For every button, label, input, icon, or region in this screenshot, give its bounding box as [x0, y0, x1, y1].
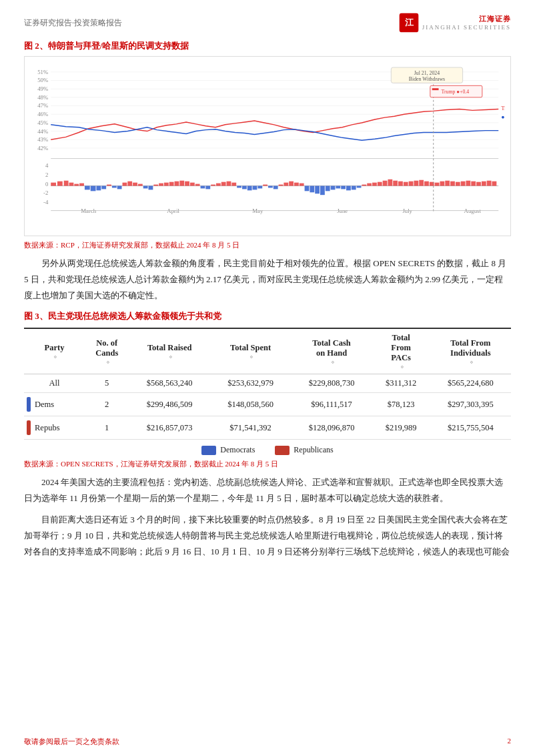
table-cell-cash: $128,096,870 — [291, 416, 372, 440]
svg-text:March: March — [81, 208, 96, 214]
table-cell-individuals: $297,303,395 — [430, 393, 511, 416]
svg-rect-66 — [242, 186, 247, 190]
svg-rect-51 — [164, 183, 169, 186]
svg-rect-41 — [112, 186, 117, 188]
svg-rect-31 — [57, 181, 63, 186]
legend-repubs-box — [275, 446, 290, 455]
svg-rect-107 — [456, 182, 460, 186]
svg-rect-105 — [445, 181, 450, 186]
table-row: All5$568,563,240$253,632,979$229,808,730… — [24, 374, 511, 393]
svg-rect-95 — [393, 181, 398, 186]
svg-rect-78 — [305, 186, 310, 192]
svg-text:47%: 47% — [37, 102, 48, 109]
svg-rect-61 — [216, 183, 221, 186]
table-cell-cash: $96,111,517 — [291, 393, 372, 416]
svg-text:2: 2 — [45, 171, 48, 178]
sort-icon[interactable]: ⬦ — [249, 353, 253, 360]
table-cell-raised: $216,857,073 — [129, 416, 209, 440]
report-subtitle: 证券研究报告·投资策略报告 — [24, 17, 122, 29]
svg-text:49%: 49% — [37, 85, 48, 92]
svg-rect-60 — [211, 185, 215, 186]
sort-icon[interactable]: ⬦ — [106, 358, 109, 365]
table-row: Dems2$299,486,509$148,058,560$96,111,517… — [24, 393, 511, 416]
svg-text:-4: -4 — [43, 199, 49, 206]
svg-rect-85 — [341, 186, 346, 190]
svg-rect-32 — [64, 181, 69, 186]
svg-text:50%: 50% — [37, 77, 48, 83]
legend-repubs: Republicans — [275, 445, 333, 455]
svg-rect-101 — [424, 181, 429, 186]
svg-text:43%: 43% — [37, 136, 48, 143]
legend-repubs-label: Republicans — [294, 445, 333, 455]
svg-rect-67 — [247, 186, 252, 191]
svg-rect-36 — [85, 186, 90, 190]
table-cell-cands: 1 — [85, 416, 129, 440]
svg-text:51%: 51% — [37, 69, 48, 75]
svg-rect-91 — [372, 183, 377, 186]
table-cell-raised: $568,563,240 — [129, 374, 209, 393]
table-title: 图 3、民主党现任总统候选人筹款金额领先于共和党 — [24, 310, 511, 322]
svg-rect-58 — [201, 186, 205, 189]
svg-rect-113 — [487, 181, 492, 186]
sort-icon[interactable]: ⬦ — [400, 363, 404, 370]
sort-icon[interactable]: ⬦ — [470, 358, 473, 365]
sort-icon[interactable]: ⬦ — [53, 353, 57, 360]
svg-rect-77 — [300, 183, 304, 186]
company-logo-icon: 江 — [398, 12, 420, 33]
source1: 数据来源：RCP，江海证券研究发展部，数据截止 2024 年 8 月 5 日 — [24, 240, 511, 250]
svg-rect-98 — [409, 181, 414, 186]
svg-text:42%: 42% — [37, 145, 48, 151]
svg-rect-57 — [195, 184, 200, 186]
svg-rect-44 — [127, 181, 132, 186]
svg-rect-84 — [336, 186, 340, 189]
col-spent: Total Spent ⬦ — [210, 328, 291, 374]
col-raised: Total Raised ⬦ — [129, 328, 209, 374]
paragraph3: 目前距离大选日还有近 3 个月的时间，接下来比较重要的时点仍然较多。8 月 19… — [24, 512, 511, 560]
svg-rect-76 — [294, 183, 299, 186]
svg-rect-111 — [476, 182, 481, 186]
table-cell-cands: 2 — [85, 393, 129, 416]
table-cell-party: Repubs — [24, 416, 85, 440]
col-cash: Total Cashon Hand ⬦ — [291, 328, 372, 374]
svg-rect-30 — [51, 183, 56, 186]
svg-rect-37 — [91, 186, 96, 192]
table-legend: Democrats Republicans — [24, 445, 511, 455]
svg-text:August: August — [464, 208, 482, 214]
svg-rect-64 — [231, 183, 236, 186]
svg-rect-34 — [74, 184, 79, 186]
svg-rect-83 — [331, 186, 336, 190]
svg-text:June: June — [337, 208, 348, 214]
svg-rect-96 — [398, 181, 403, 186]
chart2-svg: 51% 50% 49% 48% 47% 46% 45% 44% 43% 42% — [30, 61, 505, 233]
svg-rect-43 — [122, 183, 127, 186]
paragraph1: 另外从两党现任总统候选人筹款金额的角度看，民主党目前处于相对领先的位置。根据 O… — [24, 256, 511, 304]
sort-icon[interactable]: ⬦ — [331, 358, 334, 365]
col-individuals: Total FromIndividuals ⬦ — [430, 328, 511, 374]
svg-rect-56 — [190, 183, 195, 186]
svg-text:Trump ●+0.4: Trump ●+0.4 — [441, 89, 469, 95]
svg-rect-62 — [221, 182, 226, 186]
svg-rect-93 — [383, 181, 388, 186]
logo-chinese: 江海证券 — [422, 15, 511, 23]
svg-rect-49 — [153, 185, 158, 186]
sort-icon[interactable]: ⬦ — [169, 353, 172, 360]
table-cell-pacs: $311,312 — [372, 374, 430, 393]
table-cell-party: All — [24, 374, 85, 393]
svg-rect-72 — [274, 186, 278, 190]
svg-rect-112 — [482, 181, 486, 186]
svg-rect-71 — [268, 186, 273, 188]
svg-rect-104 — [440, 181, 444, 186]
paragraph2: 2024 年美国大选的主要流程包括：党内初选、总统副总统候选人辩论、正式选举和宣… — [24, 474, 511, 506]
svg-rect-120 — [432, 88, 439, 90]
svg-rect-53 — [175, 181, 179, 186]
svg-rect-99 — [414, 181, 418, 186]
svg-rect-81 — [320, 186, 325, 196]
svg-text:Trump 47.3%: Trump 47.3% — [501, 105, 505, 111]
page: 证券研究报告·投资策略报告 江 江海证券 JIANGHAI SECURITIES… — [0, 0, 535, 756]
svg-rect-54 — [179, 181, 184, 186]
svg-text:48%: 48% — [37, 94, 48, 101]
chart2-title: 图 2、特朗普与拜登/哈里斯的民调支持数据 — [24, 40, 511, 52]
svg-rect-79 — [310, 186, 314, 193]
legend-dems: Democrats — [201, 445, 255, 455]
svg-rect-88 — [357, 186, 362, 188]
